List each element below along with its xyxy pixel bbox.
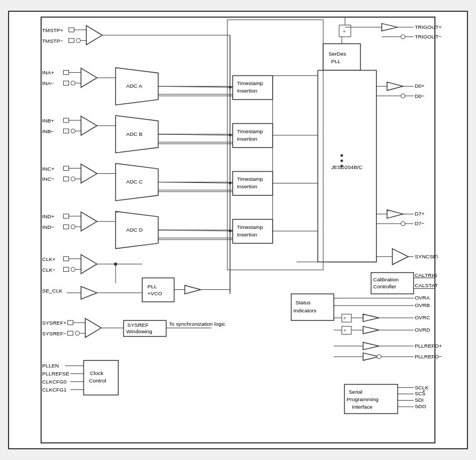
port-pllen: PLLEN <box>42 363 59 369</box>
port-sysref-minus: SYSREF− <box>42 331 67 336</box>
calibration-label2: Controller <box>373 283 397 289</box>
serdes-pll-label2: PLL <box>331 58 341 64</box>
svg-point-10 <box>71 81 75 85</box>
svg-rect-1 <box>69 28 74 32</box>
svg-point-102 <box>341 165 343 167</box>
serdes-pll-label: SerDes <box>328 51 346 57</box>
port-scs: SCS̄ <box>414 390 425 396</box>
svg-rect-20 <box>64 129 69 133</box>
port-d7-plus: D7+ <box>414 211 425 217</box>
port-trigout-minus: TRIGOUT− <box>414 34 442 40</box>
svg-rect-61 <box>142 278 174 302</box>
calibration-label: Calibration <box>373 277 399 282</box>
port-ina-plus: INA+ <box>42 70 55 75</box>
port-inb-minus: INB− <box>42 128 55 134</box>
svg-point-3 <box>76 39 80 43</box>
timestamp-2-label2: Insertion <box>237 136 257 142</box>
timestamp-3-label: Timestamp <box>237 176 263 182</box>
adc-a-label: ADC A <box>126 83 142 89</box>
jesd204bc-label: JESD204B/C <box>331 164 363 170</box>
svg-rect-9 <box>64 81 69 85</box>
svg-point-150 <box>377 355 381 359</box>
timestamp-2-label: Timestamp <box>237 128 263 134</box>
port-sclk: SCLK <box>414 385 428 390</box>
port-d7-minus: D7− <box>414 220 425 226</box>
svg-point-51 <box>71 267 75 272</box>
svg-point-115 <box>401 94 405 98</box>
timestamp-4-label2: Insertion <box>237 232 257 237</box>
adc-c-label: ADC C <box>126 179 143 185</box>
svg-rect-19 <box>64 118 69 122</box>
svg-point-164 <box>229 182 232 185</box>
divide-symbol-top: ÷ <box>343 28 346 34</box>
port-tmstp-minus: TMSTP− <box>42 38 64 44</box>
svg-rect-50 <box>64 267 69 272</box>
port-ina-minus: INA− <box>42 80 55 86</box>
sysref-windowing-label: SYSREF <box>127 322 149 328</box>
port-se-clk: SE_CLK <box>42 288 63 294</box>
svg-point-162 <box>229 86 232 89</box>
divide-ovrd: ÷ <box>343 327 347 333</box>
port-sysref-plus: SYSREF+ <box>42 320 67 326</box>
port-clk-minus: CLK− <box>42 267 56 273</box>
port-d0-minus: D0− <box>414 93 425 99</box>
svg-rect-29 <box>64 166 69 171</box>
svg-point-101 <box>341 159 343 162</box>
clock-control-label2: Control <box>89 378 106 384</box>
pll-vco-label2: +VCO <box>148 290 163 296</box>
svg-rect-2 <box>69 39 74 43</box>
serial-prog-label2: Programming <box>347 396 379 402</box>
svg-point-165 <box>229 230 232 233</box>
status-indicators-label2: Indicators <box>293 308 316 313</box>
adc-b-label: ADC B <box>126 131 143 137</box>
timestamp-1-label2: Insertion <box>237 88 257 94</box>
svg-rect-49 <box>64 257 69 261</box>
status-indicators-label: Status <box>295 300 310 305</box>
port-syncse: SYNCSE\ <box>414 254 438 259</box>
port-ind-minus: IND− <box>42 224 55 230</box>
svg-point-31 <box>71 177 75 181</box>
svg-point-21 <box>71 129 75 133</box>
svg-rect-96 <box>323 44 360 71</box>
port-clkcfg1: CLKCFG1 <box>42 387 67 393</box>
svg-rect-8 <box>64 70 69 74</box>
svg-rect-30 <box>64 177 69 181</box>
port-ovrd: OVRD <box>414 327 430 333</box>
timestamp-1-label: Timestamp <box>237 80 263 86</box>
port-inc-plus: INC+ <box>42 166 55 172</box>
timestamp-4-label: Timestamp <box>237 224 263 230</box>
port-clk-plus: CLK+ <box>42 256 56 262</box>
port-ovrc: OVRC <box>414 315 430 320</box>
port-sdo: SDO <box>414 403 426 409</box>
svg-point-67 <box>75 331 79 335</box>
divide-ovrc: ÷ <box>343 315 347 321</box>
port-inc-minus: INC− <box>42 176 55 182</box>
svg-rect-65 <box>68 320 73 325</box>
port-pllrefo-minus: PLLREFO− <box>414 354 442 359</box>
svg-point-121 <box>401 221 405 226</box>
svg-point-109 <box>401 35 405 39</box>
port-d0-plus: D0+ <box>414 83 425 89</box>
svg-point-100 <box>341 154 343 157</box>
port-sdi: SDI <box>414 397 424 403</box>
port-pllrefse: PLLREFSE <box>42 371 70 377</box>
serial-prog-label: Serial <box>349 389 362 395</box>
serial-prog-label3: Interface <box>352 404 373 410</box>
port-clkcfg0: CLKCFG0 <box>42 379 67 385</box>
port-pllrefo-plus: PLLREFO+ <box>414 343 442 349</box>
port-trigout-plus: TRIGOUT+ <box>414 24 442 30</box>
port-tmstp-plus: TMSTP+ <box>42 27 64 33</box>
port-ovrb: OVRB <box>414 302 430 308</box>
port-calstat: CALSTAT <box>414 282 437 288</box>
clock-control-label: Clock <box>90 370 103 376</box>
svg-rect-40 <box>64 225 69 229</box>
port-inb-plus: INB+ <box>42 118 55 124</box>
svg-point-163 <box>229 134 232 136</box>
svg-rect-66 <box>68 331 73 335</box>
svg-rect-39 <box>64 214 69 218</box>
pll-vco-label: PLL <box>148 283 157 289</box>
to-sync-label: To synchronization logic <box>169 321 226 327</box>
svg-point-41 <box>71 225 75 229</box>
port-caltrig: CALTRIG <box>414 272 437 278</box>
port-ind-plus: IND+ <box>42 213 55 219</box>
